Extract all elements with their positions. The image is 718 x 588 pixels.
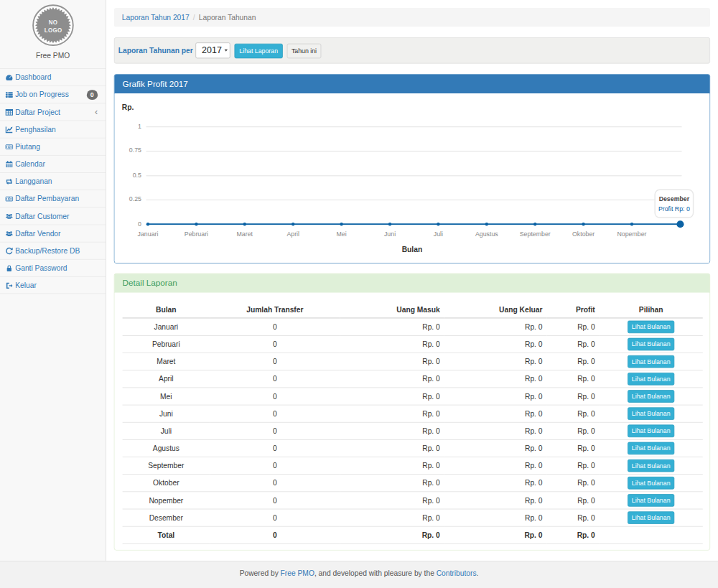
svg-text:LOGO: LOGO <box>44 26 62 34</box>
svg-text:NO: NO <box>48 18 57 26</box>
